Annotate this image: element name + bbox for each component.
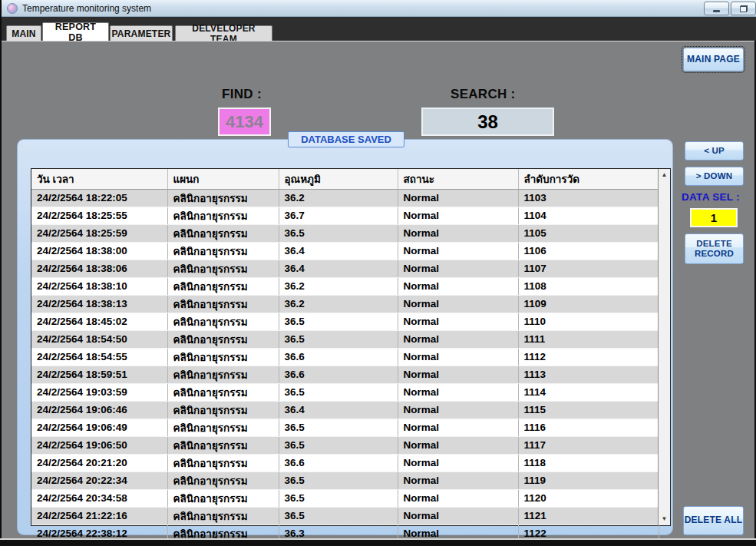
table-row[interactable]: 24/2/2564 18:54:55 คลินิกอายุรกรรม 36.6 … (31, 348, 659, 366)
table-row[interactable]: 24/2/2564 20:34:58 คลินิกอายุรกรรม 36.5 … (31, 489, 659, 507)
table-row[interactable]: 24/2/2564 18:25:59 คลินิกอายุรกรรม 36.5 … (31, 224, 659, 242)
cell-status: Normal (398, 189, 518, 207)
table-scrollbar[interactable]: ▲ ▼ (658, 169, 670, 525)
down-button[interactable]: > DOWN (685, 167, 744, 186)
cell-temperature: 36.6 (279, 348, 398, 366)
cell-temperature: 36.5 (279, 472, 398, 489)
cell-status: Normal (398, 207, 518, 224)
title-bar: Temperature monitoring system (2, 0, 756, 17)
delete-record-button[interactable]: DELETE RECORD (685, 233, 744, 264)
col-header-status[interactable]: สถานะ (398, 169, 518, 189)
cell-status: Normal (398, 401, 518, 419)
find-input[interactable]: 4134 (218, 108, 271, 136)
scroll-down-icon[interactable]: ▼ (659, 514, 670, 524)
cell-status: Normal (398, 383, 518, 401)
cell-datetime: 24/2/2564 19:06:49 (31, 419, 167, 436)
cell-department: คลินิกอายุรกรรม (167, 207, 279, 224)
cell-sequence: 1110 (518, 313, 659, 330)
table-row[interactable]: 24/2/2564 18:38:06 คลินิกอายุรกรรม 36.4 … (31, 260, 659, 277)
cell-temperature: 36.5 (279, 436, 398, 454)
cell-sequence: 1108 (518, 277, 659, 295)
up-button[interactable]: < UP (685, 141, 744, 160)
tab-parameter[interactable]: PARAMETER (110, 25, 173, 41)
cell-department: คลินิกอายุรกรรม (167, 436, 279, 454)
table-row[interactable]: 24/2/2564 18:38:13 คลินิกอายุรกรรม 36.2 … (31, 295, 659, 313)
data-sel-value[interactable]: 1 (690, 208, 738, 227)
cell-temperature: 36.5 (279, 330, 398, 348)
cell-temperature: 36.4 (279, 401, 398, 419)
cell-temperature: 36.6 (279, 454, 398, 472)
cell-sequence: 1104 (518, 207, 659, 224)
cell-temperature: 36.2 (279, 189, 398, 207)
cell-department: คลินิกอายุรกรรม (167, 507, 279, 524)
table-row[interactable]: 24/2/2564 18:54:50 คลินิกอายุรกรรม 36.5 … (31, 330, 659, 348)
cell-department: คลินิกอายุรกรรม (167, 295, 279, 313)
table-row[interactable]: 24/2/2564 19:06:49 คลินิกอายุรกรรม 36.5 … (31, 419, 659, 436)
table-row[interactable]: 24/2/2564 18:59:51 คลินิกอายุรกรรม 36.6 … (31, 366, 659, 383)
cell-department: คลินิกอายุรกรรม (167, 401, 279, 419)
cell-status: Normal (398, 366, 518, 383)
cell-department: คลินิกอายุรกรรม (167, 419, 279, 436)
table-row[interactable]: 24/2/2564 18:38:00 คลินิกอายุรกรรม 36.4 … (31, 242, 659, 260)
cell-datetime: 24/2/2564 18:38:06 (31, 260, 167, 277)
app-icon (7, 3, 18, 14)
col-header-department[interactable]: แผนก (167, 169, 279, 189)
tab-report-db[interactable]: REPORT DB (42, 22, 109, 41)
cell-status: Normal (398, 507, 518, 524)
restore-icon (740, 5, 748, 12)
cell-sequence: 1117 (518, 436, 659, 454)
cell-department: คลินิกอายุรกรรม (167, 383, 279, 401)
scroll-up-icon[interactable]: ▲ (659, 170, 670, 180)
cell-datetime: 24/2/2564 18:54:50 (31, 330, 167, 348)
cell-status: Normal (398, 242, 518, 260)
cell-temperature: 36.5 (279, 507, 398, 524)
cell-datetime: 24/2/2564 18:45:02 (31, 313, 167, 330)
cell-temperature: 36.5 (279, 224, 398, 242)
table-row[interactable]: 24/2/2564 18:22:05 คลินิกอายุรกรรม 36.2 … (31, 189, 659, 207)
table-row[interactable]: 24/2/2564 18:38:10 คลินิกอายุรกรรม 36.2 … (31, 277, 659, 295)
cell-department: คลินิกอายุรกรรม (167, 472, 279, 489)
cell-sequence: 1115 (518, 401, 659, 419)
cell-status: Normal (398, 277, 518, 295)
cell-datetime: 24/2/2564 18:38:00 (31, 242, 167, 260)
tab-main[interactable]: MAIN (6, 25, 41, 41)
cell-status: Normal (398, 224, 518, 242)
table-row[interactable]: 24/2/2564 18:45:02 คลินิกอายุรกรรม 36.5 … (31, 313, 659, 330)
tab-developer-team[interactable]: DELVELOPER TEAM (175, 25, 272, 41)
main-page-button[interactable]: MAIN PAGE (683, 48, 744, 71)
tab-strip: MAIN REPORT DB PARAMETER DELVELOPER TEAM (2, 17, 756, 41)
minimize-icon (713, 10, 720, 12)
report-db-page: FIND : SEARCH : 4134 38 DATABASE SAVED ว… (2, 41, 754, 538)
cell-sequence: 1109 (518, 295, 659, 313)
col-header-datetime[interactable]: วัน เวลา (31, 169, 167, 189)
cell-datetime: 24/2/2564 18:25:55 (31, 207, 167, 224)
table-row[interactable]: 24/2/2564 19:03:59 คลินิกอายุรกรรม 36.5 … (31, 383, 659, 401)
cell-department: คลินิกอายุรกรรม (167, 260, 279, 277)
search-label: SEARCH : (451, 87, 516, 102)
records-table: วัน เวลา แผนก อุณหภูมิ สถานะ ลำดับการวัด (31, 168, 671, 526)
delete-all-button[interactable]: DELETE ALL (683, 506, 744, 535)
search-input[interactable]: 38 (421, 108, 554, 136)
window-title: Temperature monitoring system (22, 3, 151, 14)
database-saved-badge: DATABASE SAVED (288, 131, 404, 147)
minimize-button[interactable] (704, 2, 729, 15)
cell-department: คลินิกอายุรกรรม (167, 224, 279, 242)
table-row[interactable]: 24/2/2564 18:25:55 คลินิกอายุรกรรม 36.7 … (31, 207, 659, 224)
cell-department: คลินิกอายุรกรรม (167, 242, 279, 260)
col-header-sequence[interactable]: ลำดับการวัด (518, 169, 659, 189)
table-row[interactable]: 24/2/2564 21:22:16 คลินิกอายุรกรรม 36.5 … (31, 507, 659, 524)
table-row[interactable]: 24/2/2564 20:21:20 คลินิกอายุรกรรม 36.6 … (31, 454, 659, 472)
cell-sequence: 1116 (518, 419, 659, 436)
cell-temperature: 36.5 (279, 419, 398, 436)
cell-sequence: 1107 (518, 260, 659, 277)
table-row[interactable]: 24/2/2564 20:22:34 คลินิกอายุรกรรม 36.5 … (31, 472, 659, 489)
cell-temperature: 36.4 (279, 242, 398, 260)
find-label: FIND : (222, 87, 262, 102)
table-row[interactable]: 24/2/2564 19:06:50 คลินิกอายุรกรรม 36.5 … (31, 436, 659, 454)
table-row[interactable]: 24/2/2564 19:06:46 คลินิกอายุรกรรม 36.4 … (31, 401, 659, 419)
restore-button[interactable] (731, 2, 756, 15)
cell-datetime: 24/2/2564 18:54:55 (31, 348, 167, 366)
cell-status: Normal (398, 472, 518, 489)
col-header-temperature[interactable]: อุณหภูมิ (279, 169, 398, 189)
cell-department: คลินิกอายุรกรรม (167, 189, 279, 207)
